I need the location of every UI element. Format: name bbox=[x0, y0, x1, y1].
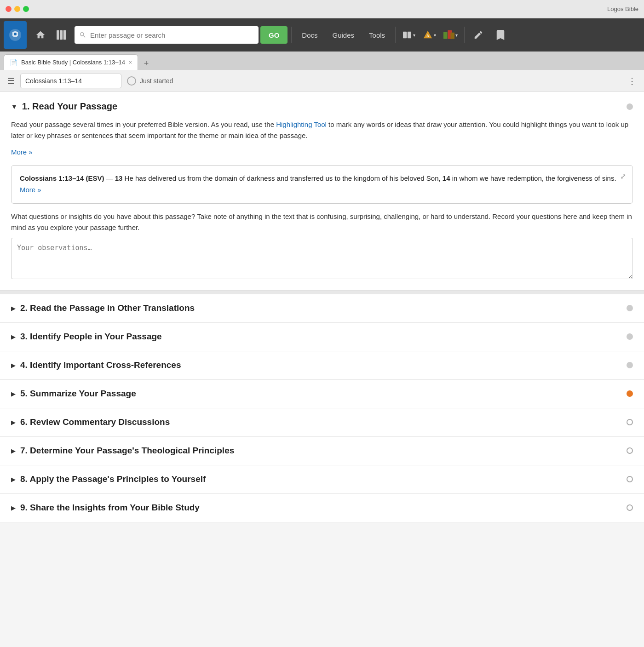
tab-bar: 📄 Basic Bible Study | Colossians 1:13–14… bbox=[0, 52, 644, 70]
text-size-dropdown-button[interactable]: A ▾ bbox=[420, 28, 439, 42]
toolbar-divider-2 bbox=[395, 27, 396, 43]
search-bar bbox=[75, 26, 259, 44]
section-6-collapsed[interactable]: ▶ 6. Review Commentary Discussions bbox=[0, 408, 644, 437]
svg-rect-4 bbox=[63, 30, 66, 40]
tab-close-button[interactable]: × bbox=[129, 59, 132, 66]
logos-logo[interactable] bbox=[4, 21, 27, 49]
home-button[interactable] bbox=[30, 25, 51, 45]
chevron-down-icon-2: ▾ bbox=[434, 33, 436, 38]
reading-dropdown-button[interactable]: ▾ bbox=[399, 29, 418, 41]
bookmark-button[interactable] bbox=[490, 25, 511, 45]
section-8-status-dot bbox=[627, 476, 633, 482]
svg-text:A: A bbox=[426, 34, 429, 38]
observations-description: What questions or insights do you have a… bbox=[11, 211, 633, 233]
passage-box: Colossians 1:13–14 (ESV) — 13 He has del… bbox=[11, 165, 633, 204]
verse13-text: He has delivered us from the domain of d… bbox=[122, 174, 442, 182]
popup-icon[interactable]: ⤢ bbox=[620, 172, 626, 181]
section-2-status-dot bbox=[627, 305, 633, 311]
titlebar: Logos Bible bbox=[0, 0, 644, 18]
svg-rect-2 bbox=[57, 30, 59, 40]
tab-label: Basic Bible Study | Colossians 1:13–14 bbox=[21, 59, 125, 66]
passage-input[interactable] bbox=[20, 74, 121, 88]
close-window-button[interactable] bbox=[6, 6, 12, 12]
section-2-title: 2. Read the Passage in Other Translation… bbox=[20, 303, 622, 313]
section-divider bbox=[0, 291, 644, 294]
tab-doc-icon: 📄 bbox=[10, 59, 17, 66]
section-9-status-dot bbox=[627, 504, 633, 511]
section-1-title: 1. Read Your Passage bbox=[22, 101, 622, 112]
section-2-toggle-icon: ▶ bbox=[11, 305, 16, 312]
more-options-icon[interactable]: ⋮ bbox=[627, 75, 637, 86]
svg-rect-11 bbox=[451, 33, 455, 39]
section-2-collapsed[interactable]: ▶ 2. Read the Passage in Other Translati… bbox=[0, 294, 644, 323]
section-4-title: 4. Identify Important Cross-References bbox=[20, 360, 622, 370]
svg-rect-5 bbox=[403, 32, 407, 38]
menu-hamburger-icon[interactable]: ☰ bbox=[7, 76, 15, 86]
section-6-toggle-icon: ▶ bbox=[11, 419, 16, 426]
section-4-collapsed[interactable]: ▶ 4. Identify Important Cross-References bbox=[0, 351, 644, 380]
library-button[interactable] bbox=[52, 25, 73, 45]
main-content: ▼ 1. Read Your Passage Read your passage… bbox=[0, 92, 644, 647]
section-9-toggle-icon: ▶ bbox=[11, 504, 16, 511]
svg-rect-6 bbox=[408, 32, 411, 38]
section-5-toggle-icon: ▶ bbox=[11, 390, 16, 397]
section-9-title: 9. Share the Insights from Your Bible St… bbox=[20, 503, 622, 513]
main-toolbar: GO Docs Guides Tools ▾ A ▾ ▾ bbox=[0, 18, 644, 52]
more-link-1[interactable]: More » bbox=[11, 147, 33, 158]
section-8-collapsed[interactable]: ▶ 8. Apply the Passage's Principles to Y… bbox=[0, 465, 644, 494]
toolbar-divider-1 bbox=[291, 27, 292, 43]
verse14-text: in whom we have redemption, the forgiven… bbox=[450, 174, 616, 182]
section-1-status-dot bbox=[627, 103, 633, 110]
maximize-window-button[interactable] bbox=[23, 6, 29, 12]
traffic-lights bbox=[6, 6, 29, 12]
section-5-collapsed[interactable]: ▶ 5. Summarize Your Passage bbox=[0, 380, 644, 408]
section-1-description: Read your passage several times in your … bbox=[11, 119, 633, 141]
svg-rect-3 bbox=[60, 30, 63, 40]
verse14-label: 14 bbox=[443, 174, 450, 182]
observations-textarea[interactable] bbox=[11, 238, 633, 279]
chevron-down-icon: ▾ bbox=[413, 33, 415, 38]
section-3-toggle-icon: ▶ bbox=[11, 333, 16, 340]
passage-more-link[interactable]: More » bbox=[20, 186, 41, 194]
section-9-collapsed[interactable]: ▶ 9. Share the Insights from Your Bible … bbox=[0, 494, 644, 522]
status-button[interactable]: Just started bbox=[127, 76, 173, 86]
resources-dropdown-button[interactable]: ▾ bbox=[441, 28, 460, 42]
section-1-toggle[interactable]: ▼ bbox=[11, 103, 17, 110]
action-bar: ☰ Just started ⋮ bbox=[0, 70, 644, 92]
tools-nav-button[interactable]: Tools bbox=[362, 25, 391, 45]
active-tab[interactable]: 📄 Basic Bible Study | Colossians 1:13–14… bbox=[4, 54, 138, 70]
section-7-status-dot bbox=[627, 447, 633, 454]
passage-reference: Colossians 1:13–14 (ESV) bbox=[20, 174, 104, 182]
guides-nav-button[interactable]: Guides bbox=[326, 25, 361, 45]
search-input[interactable] bbox=[90, 31, 254, 39]
section-6-title: 6. Review Commentary Discussions bbox=[20, 417, 622, 427]
section-8-title: 8. Apply the Passage's Principles to You… bbox=[20, 474, 622, 484]
minimize-window-button[interactable] bbox=[14, 6, 20, 12]
passage-text: Colossians 1:13–14 (ESV) — 13 He has del… bbox=[20, 173, 624, 196]
section-4-status-dot bbox=[627, 362, 633, 368]
new-tab-button[interactable]: + bbox=[140, 57, 153, 70]
notes-button[interactable] bbox=[468, 25, 489, 45]
section-7-title: 7. Determine Your Passage's Theological … bbox=[20, 446, 622, 456]
verse13-label: 13 bbox=[115, 174, 123, 182]
docs-nav-button[interactable]: Docs bbox=[295, 25, 324, 45]
section-3-status-dot bbox=[627, 333, 633, 340]
svg-point-1 bbox=[14, 33, 17, 35]
section-3-collapsed[interactable]: ▶ 3. Identify People in Your Passage bbox=[0, 323, 644, 351]
section-5-title: 5. Summarize Your Passage bbox=[20, 389, 622, 399]
section-7-collapsed[interactable]: ▶ 7. Determine Your Passage's Theologica… bbox=[0, 437, 644, 465]
section-1-body: Read your passage several times in your … bbox=[11, 119, 633, 158]
svg-rect-9 bbox=[443, 32, 448, 39]
section-7-toggle-icon: ▶ bbox=[11, 447, 16, 454]
status-circle-icon bbox=[127, 76, 136, 86]
section-1-header: ▼ 1. Read Your Passage bbox=[11, 101, 633, 112]
chevron-down-icon-3: ▾ bbox=[455, 33, 458, 38]
section-4-toggle-icon: ▶ bbox=[11, 362, 16, 369]
section-5-status-dot bbox=[627, 390, 633, 397]
status-label: Just started bbox=[140, 77, 173, 85]
highlighting-tool-link[interactable]: Highlighting Tool bbox=[276, 120, 327, 128]
window-title: Logos Bible bbox=[33, 6, 638, 12]
go-button[interactable]: GO bbox=[260, 26, 288, 44]
toolbar-divider-3 bbox=[464, 27, 465, 43]
section-6-status-dot bbox=[627, 419, 633, 425]
